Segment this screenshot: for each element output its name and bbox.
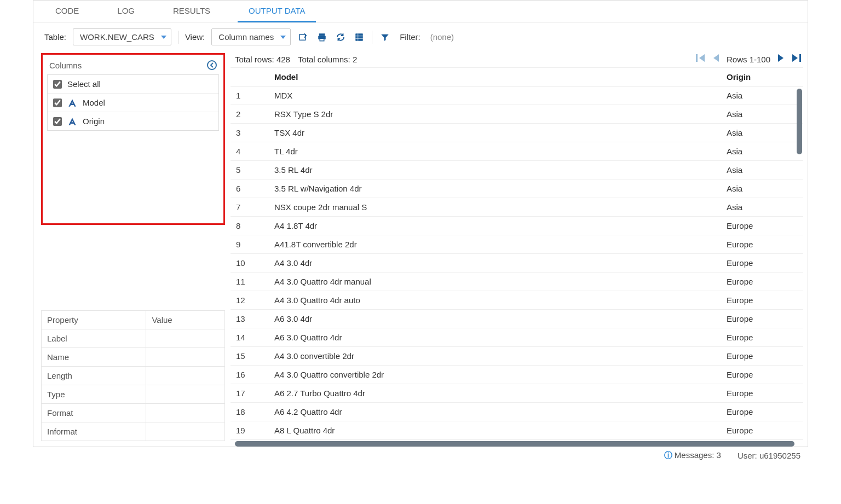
table-row[interactable]: 53.5 RL 4drAsia [231, 161, 803, 179]
next-page-icon[interactable] [777, 54, 785, 64]
table-row[interactable]: 10A4 3.0 4drEurope [231, 254, 803, 273]
row-number: 4 [231, 142, 269, 161]
app-window: CODELOGRESULTSOUTPUT DATA Table: WORK.NE… [33, 0, 808, 447]
table-row[interactable]: 3TSX 4drAsia [231, 124, 803, 142]
table-row[interactable]: 12A4 3.0 Quattro 4dr autoEurope [231, 291, 803, 310]
svg-rect-8 [696, 54, 698, 62]
row-number: 8 [231, 217, 269, 235]
cell-model: A4 3.0 Quattro 4dr auto [269, 291, 721, 310]
status-bar: ⓘ Messages: 3 User: u61950255 [33, 447, 808, 464]
chevron-down-icon [161, 36, 166, 39]
table-row[interactable]: 17A6 2.7 Turbo Quattro 4drEurope [231, 384, 803, 403]
table-row[interactable]: 11A4 3.0 Quattro 4dr manualEurope [231, 273, 803, 291]
property-value [146, 385, 225, 404]
table-row[interactable]: 15A4 3.0 convertible 2drEurope [231, 347, 803, 366]
property-value [146, 422, 225, 441]
properties-table: Property Value LabelNameLengthTypeFormat… [41, 310, 225, 441]
table-row[interactable]: 7NSX coupe 2dr manual SAsia [231, 198, 803, 217]
row-number: 10 [231, 254, 269, 273]
cell-model: 3.5 RL w/Navigation 4dr [269, 179, 721, 198]
table-row[interactable]: 14A6 3.0 Quattro 4drEurope [231, 328, 803, 347]
column-label: Origin [83, 117, 105, 126]
column-checkbox[interactable] [53, 99, 62, 107]
row-number: 3 [231, 124, 269, 142]
table-row[interactable]: 63.5 RL w/Navigation 4drAsia [231, 179, 803, 198]
cell-origin: Asia [721, 161, 803, 179]
table-row[interactable]: 1MDXAsia [231, 86, 803, 105]
horizontal-scrollbar[interactable] [235, 441, 794, 447]
tab-results[interactable]: RESULTS [162, 1, 221, 22]
row-number: 15 [231, 347, 269, 366]
cell-origin: Asia [721, 198, 803, 217]
property-name: Length [42, 367, 146, 385]
cell-origin: Europe [721, 235, 803, 254]
tab-bar: CODELOGRESULTSOUTPUT DATA [33, 1, 808, 23]
collapse-icon[interactable] [207, 60, 217, 70]
table-row[interactable]: 9A41.8T convertible 2drEurope [231, 235, 803, 254]
export-icon[interactable] [297, 31, 309, 43]
columns-title: Columns [49, 61, 82, 70]
cell-model: 3.5 RL 4dr [269, 161, 721, 179]
select-all-checkbox[interactable] [53, 80, 62, 89]
row-number: 13 [231, 310, 269, 328]
toolbar-divider [372, 31, 372, 44]
messages-indicator[interactable]: ⓘ Messages: 3 [664, 450, 721, 461]
first-page-icon[interactable] [696, 54, 706, 64]
cell-origin: Asia [721, 124, 803, 142]
cell-model: A6 2.7 Turbo Quattro 4dr [269, 384, 721, 403]
table-row[interactable]: 19A8 L Quattro 4drEurope [231, 421, 803, 440]
data-scroll-area: ModelOrigin 1MDXAsia2RSX Type S 2drAsia3… [231, 67, 803, 440]
last-page-icon[interactable] [791, 54, 801, 64]
cell-model: A4 3.0 4dr [269, 254, 721, 273]
columns-list: Select all Model Origin [47, 74, 219, 131]
print-icon[interactable] [316, 31, 328, 43]
info-icon: ⓘ [664, 450, 672, 460]
view-select[interactable]: Column names [211, 28, 291, 45]
view-label: View: [185, 32, 205, 42]
column-header-origin[interactable]: Origin [721, 68, 803, 86]
row-number: 12 [231, 291, 269, 310]
property-row: Informat [42, 422, 225, 441]
table-row[interactable]: 16A4 3.0 Quattro convertible 2drEurope [231, 366, 803, 384]
table-row[interactable]: 13A6 3.0 4drEurope [231, 310, 803, 328]
property-row: Length [42, 367, 225, 385]
cell-model: A6 4.2 Quattro 4dr [269, 403, 721, 421]
toolbar-divider [178, 31, 178, 44]
columns-panel: Columns Select all Model Origin [41, 53, 225, 225]
table-row[interactable]: 18A6 4.2 Quattro 4drEurope [231, 403, 803, 421]
tab-output-data[interactable]: OUTPUT DATA [238, 1, 316, 22]
table-row[interactable]: 2RSX Type S 2drAsia [231, 105, 803, 124]
cell-origin: Europe [721, 347, 803, 366]
row-number: 16 [231, 366, 269, 384]
table-select[interactable]: WORK.NEW_CARS [73, 28, 171, 45]
table-row[interactable]: 4TL 4drAsia [231, 142, 803, 161]
column-header-model[interactable]: Model [269, 68, 721, 86]
grid-icon[interactable] [353, 31, 365, 43]
row-number: 5 [231, 161, 269, 179]
row-number: 9 [231, 235, 269, 254]
tab-log[interactable]: LOG [106, 1, 146, 22]
cell-origin: Europe [721, 403, 803, 421]
tab-code[interactable]: CODE [44, 1, 90, 22]
filter-icon[interactable] [379, 31, 391, 43]
column-checkbox[interactable] [53, 117, 62, 126]
column-item-model[interactable]: Model [48, 94, 218, 112]
svg-rect-4 [355, 33, 363, 41]
value-header: Value [146, 311, 225, 329]
filter-label: Filter: [400, 32, 420, 42]
select-all-row[interactable]: Select all [48, 75, 218, 94]
prev-page-icon[interactable] [712, 54, 720, 64]
cell-origin: Asia [721, 142, 803, 161]
cell-model: TSX 4dr [269, 124, 721, 142]
toolbar: Table: WORK.NEW_CARS View: Column names … [33, 23, 808, 51]
cell-model: A6 3.0 4dr [269, 310, 721, 328]
table-row[interactable]: 8A4 1.8T 4drEurope [231, 217, 803, 235]
column-item-origin[interactable]: Origin [48, 112, 218, 130]
refresh-icon[interactable] [335, 31, 347, 43]
cell-origin: Europe [721, 366, 803, 384]
column-label: Model [83, 98, 105, 107]
vertical-scrollbar[interactable] [797, 89, 802, 154]
row-number: 11 [231, 273, 269, 291]
cell-model: RSX Type S 2dr [269, 105, 721, 124]
column-header-rownum[interactable] [231, 68, 269, 86]
